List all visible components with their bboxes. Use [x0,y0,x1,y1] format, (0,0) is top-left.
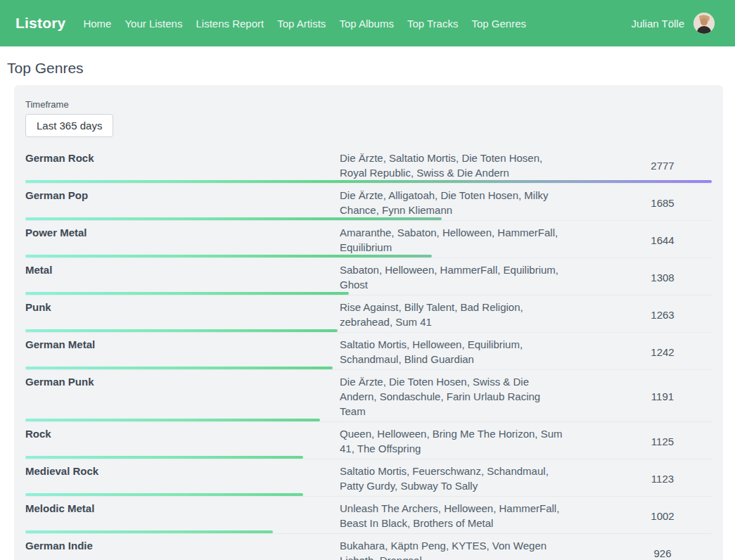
genre-row-content: German IndieBukahara, Käptn Peng, KYTES,… [25,538,712,560]
genre-top-artists: Bukahara, Käptn Peng, KYTES, Von Wegen L… [340,538,613,560]
genre-bar [25,419,320,421]
genre-list: German RockDie Ärzte, Saltatio Mortis, D… [25,146,712,560]
genre-row-content: MetalSabaton, Helloween, HammerFall, Equ… [25,262,712,292]
nav-item-top-albums[interactable]: Top Albums [339,18,394,30]
genre-top-artists: Saltatio Mortis, Feuerschwanz, Schandmau… [340,464,613,493]
genre-name: German Punk [25,374,340,389]
genre-bar [25,180,712,183]
genre-name: Metal [25,262,340,277]
nav-item-home[interactable]: Home [83,18,111,30]
main-nav: HomeYour ListensListens ReportTop Artist… [83,18,526,30]
genre-bar [25,530,273,533]
genre-listen-count: 1263 [613,309,712,321]
user-avatar[interactable] [694,13,715,34]
genre-row: PunkRise Against, Billy Talent, Bad Reli… [25,295,712,333]
genre-listen-count: 1685 [613,197,712,209]
genre-bar-track [25,530,712,533]
genre-listen-count: 926 [613,547,712,559]
genre-row-content: RockQueen, Helloween, Bring Me The Horiz… [25,426,712,456]
genre-bar-track [25,367,712,369]
genre-name: Melodic Metal [25,501,340,516]
genre-top-artists: Unleash The Archers, Helloween, HammerFa… [340,501,613,530]
genre-listen-count: 2777 [613,160,712,172]
genre-row: German IndieBukahara, Käptn Peng, KYTES,… [25,534,712,560]
genre-bar-track [25,329,712,332]
genre-listen-count: 1242 [613,346,712,358]
genre-row-content: German PopDie Ärzte, Alligatoah, Die Tot… [25,188,712,217]
brand-logo[interactable]: Listory [15,15,65,32]
nav-item-top-tracks[interactable]: Top Tracks [407,18,459,30]
genre-top-artists: Amaranthe, Sabaton, Helloween, HammerFal… [340,225,613,255]
genre-listen-count: 1191 [613,390,712,402]
page-title: Top Genres [7,60,735,77]
genre-bar [25,456,303,459]
genre-listen-count: 1644 [613,234,712,246]
genre-bar-track [25,493,712,496]
genre-bar-track [25,419,712,421]
genre-row: Melodic MetalUnleash The Archers, Hellow… [25,497,712,534]
genre-row-content: PunkRise Against, Billy Talent, Bad Reli… [25,300,712,329]
genre-listen-count: 1002 [613,510,712,522]
nav-item-top-genres[interactable]: Top Genres [471,18,526,30]
genre-bar-track [25,255,712,257]
genre-top-artists: Die Ärzte, Alligatoah, Die Toten Hosen, … [340,188,613,217]
genre-bar-track [25,456,712,459]
genre-row: Medieval RockSaltatio Mortis, Feuerschwa… [25,459,712,497]
genre-top-artists: Sabaton, Helloween, HammerFall, Equilibr… [340,262,613,292]
genre-bar [25,493,303,496]
genre-row-content: Medieval RockSaltatio Mortis, Feuerschwa… [25,464,712,493]
genre-row: German RockDie Ärzte, Saltatio Mortis, D… [25,146,712,184]
timeframe-label: Timeframe [25,99,712,110]
top-genres-card: Timeframe Last 365 days German RockDie Ä… [14,85,723,560]
genre-bar [25,292,349,295]
genre-row-content: German PunkDie Ärzte, Die Toten Hosen, S… [25,374,712,419]
genre-row-content: Melodic MetalUnleash The Archers, Hellow… [25,501,712,530]
avatar-photo-icon [694,13,715,34]
genre-name: German Rock [25,151,340,165]
genre-listen-count: 1308 [613,272,712,284]
genre-name: Punk [25,300,340,314]
genre-bar-track [25,292,712,295]
genre-row: German MetalSaltatio Mortis, Helloween, … [25,333,712,370]
main-content: Top Genres Timeframe Last 365 days Germa… [0,60,735,560]
genre-bar [25,367,333,369]
genre-bar-track [25,217,712,220]
genre-name: Medieval Rock [25,464,340,478]
timeframe-button[interactable]: Last 365 days [25,114,113,137]
genre-top-artists: Die Ärzte, Saltatio Mortis, Die Toten Ho… [340,151,613,180]
genre-top-artists: Die Ärzte, Die Toten Hosen, Swiss & Die … [340,374,613,419]
genre-bar-track [25,180,712,183]
user-name[interactable]: Julian Tölle [631,18,684,30]
genre-bar [25,217,442,220]
genre-listen-count: 1123 [613,473,712,485]
nav-item-top-artists[interactable]: Top Artists [277,18,326,30]
genre-name: Power Metal [25,225,340,240]
genre-row-content: German MetalSaltatio Mortis, Helloween, … [25,337,712,367]
genre-listen-count: 1125 [613,435,712,447]
genre-bar [25,329,338,332]
navbar: Listory HomeYour ListensListens ReportTo… [0,0,735,46]
genre-top-artists: Queen, Helloween, Bring Me The Horizon, … [340,426,613,456]
nav-item-listens-report[interactable]: Listens Report [196,18,264,30]
genre-row: Power MetalAmaranthe, Sabaton, Helloween… [25,221,712,258]
genre-row: MetalSabaton, Helloween, HammerFall, Equ… [25,258,712,295]
nav-item-your-listens[interactable]: Your Listens [124,18,182,30]
genre-name: German Indie [25,538,340,553]
genre-top-artists: Saltatio Mortis, Helloween, Equilibrium,… [340,337,613,367]
genre-name: German Pop [25,188,340,203]
genre-bar [25,255,432,257]
genre-row: German PunkDie Ärzte, Die Toten Hosen, S… [25,370,712,422]
genre-top-artists: Rise Against, Billy Talent, Bad Religion… [340,300,613,329]
genre-name: Rock [25,426,340,441]
genre-row-content: Power MetalAmaranthe, Sabaton, Helloween… [25,225,712,255]
genre-row-content: German RockDie Ärzte, Saltatio Mortis, D… [25,151,712,180]
genre-row: RockQueen, Helloween, Bring Me The Horiz… [25,422,712,459]
genre-row: German PopDie Ärzte, Alligatoah, Die Tot… [25,184,712,221]
genre-name: German Metal [25,337,340,352]
